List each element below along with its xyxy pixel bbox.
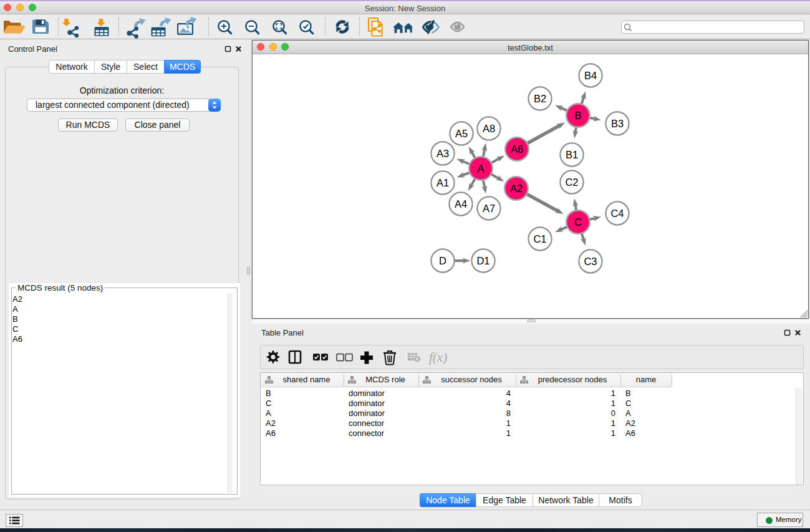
svg-text:B3: B3 [611,118,624,129]
svg-text:C2: C2 [565,177,578,188]
svg-text:A5: A5 [455,128,468,139]
svg-text:f(x): f(x) [429,350,447,365]
svg-text:A6: A6 [511,143,523,155]
svg-text:C: C [574,216,582,228]
svg-text:A: A [477,163,484,174]
svg-text:D: D [439,255,446,266]
svg-text:C4: C4 [610,208,624,219]
svg-text:A3: A3 [436,148,449,159]
svg-text:A2: A2 [510,183,523,194]
svg-text:A7: A7 [483,203,495,214]
svg-text:A1: A1 [436,177,449,188]
svg-text:B4: B4 [584,70,597,81]
svg-text:A4: A4 [455,198,467,210]
svg-text:C3: C3 [584,256,597,267]
svg-text:A8: A8 [483,123,495,134]
svg-text:B: B [574,110,581,121]
svg-text:B1: B1 [566,149,578,160]
svg-text:D1: D1 [476,255,489,266]
svg-text:C1: C1 [533,233,546,244]
svg-text:B2: B2 [534,93,546,104]
